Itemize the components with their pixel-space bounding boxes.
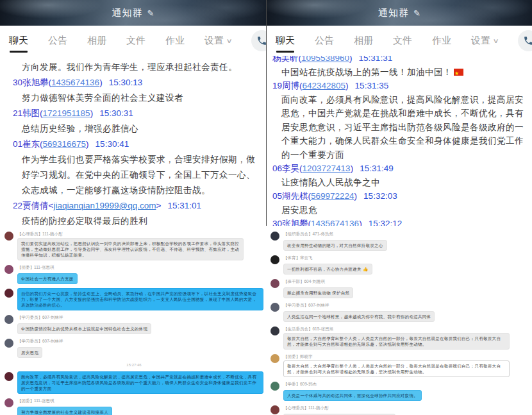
mini-chat-message: 【心理委员】111-魏小彤病毒是人类共同的敌人，全体人员应该共同抗击疫情。 xyxy=(270,405,529,415)
avatar xyxy=(270,232,279,241)
tab-album[interactable]: 相册 xyxy=(354,26,373,56)
edit-title-icon[interactable]: ✎ xyxy=(413,8,420,18)
mini-message-bubble: 敬畏大自然，大自然孕育出整个人类，人类是大自然的一部分，敬畏大自然就是在敬畏我们… xyxy=(283,360,510,377)
voice-call-button[interactable] xyxy=(518,30,532,51)
sender-uin-link[interactable]: 1435674136 xyxy=(51,78,99,87)
tabs: 聊天公告相册文件作业设置∨ xyxy=(9,26,251,56)
mini-sender-name: 【团委】111-张思琪 xyxy=(17,264,263,270)
sender-uin-link[interactable]: 1721951185 xyxy=(43,108,90,118)
bracket: ) xyxy=(86,139,89,149)
message-sender-row: 05湖先棋(569972224)15:32:03 xyxy=(272,189,528,203)
mini-sender-name: 【团委】111-张思琪 xyxy=(17,398,263,403)
sender-uin-link[interactable]: 1203727413 xyxy=(303,164,351,173)
tab-homework[interactable]: 作业 xyxy=(432,26,451,56)
tab-announcement[interactable]: 公告 xyxy=(48,26,67,56)
tab-homework[interactable]: 作业 xyxy=(165,26,185,56)
sender-uin-link[interactable]: 1095538960 xyxy=(301,56,349,63)
mini-message-body: 【生活委员会】615-张恩旭敬畏大自然，大自然孕育出整个人类，人类是大自然的一部… xyxy=(283,326,529,350)
mini-chat-message: 【学习委员】607-刘林祥居安思危 xyxy=(4,338,263,358)
avatar xyxy=(4,232,13,241)
message-sender-row: 30张旭攀(1435674136)15:30:13 xyxy=(13,75,262,90)
mini-chat-message: 【心理委员】111-魏小彤我们要切实提高政治站位，把思想认识统一到中央的决策部署… xyxy=(4,231,263,260)
tab-files[interactable]: 文件 xyxy=(126,26,145,56)
message-timestamp: 15:31:49 xyxy=(360,164,394,173)
sender-name: 杨美昕 xyxy=(272,56,299,63)
mini-message-bubble: 一切胜利都不容易，齐心协力共渡难关 👍 xyxy=(283,264,372,275)
avatar xyxy=(270,326,279,335)
tab-files[interactable]: 文件 xyxy=(393,26,412,56)
mini-chat-message: 【生活委员会】615-张恩旭敬畏大自然，大自然孕育出整个人类，人类是大自然的一部… xyxy=(270,326,529,350)
avatar xyxy=(270,255,279,264)
avatar xyxy=(4,315,13,324)
bracket: ) xyxy=(99,78,103,87)
group-title-bar: 通知群 ✎ xyxy=(267,0,532,26)
avatar xyxy=(270,405,279,414)
tab-chat[interactable]: 聊天 xyxy=(276,26,295,56)
thumbs-up-emoji: 👍 xyxy=(362,267,369,271)
sender-email-link[interactable]: jiaqianqian19999@qq.com xyxy=(53,201,156,210)
tab-settings[interactable]: 设置∨ xyxy=(471,26,498,56)
message-timestamp: 15:32:12 xyxy=(369,219,403,226)
mini-sender-name: 【学习委员】607-刘林祥 xyxy=(17,314,263,320)
chevron-down-icon: ∨ xyxy=(226,37,233,44)
mini-message-body: 【心理委员】111-魏小彤病毒是人类共同的敌人，全体人员应该共同抗击疫情。 xyxy=(283,405,529,415)
bracket: > xyxy=(156,201,162,210)
message-sender-row: 06李昊(1203727413)15:31:49 xyxy=(272,162,528,176)
sender-name: 21韩图 xyxy=(13,108,40,118)
sender-uin-link[interactable]: 569972224 xyxy=(311,191,354,201)
bracket: ) xyxy=(354,191,358,201)
tab-chat[interactable]: 聊天 xyxy=(9,26,28,56)
mini-message-bubble: 中国防疫情控制上的优势从根本上说就是中国特色社会主义的体现 xyxy=(17,323,151,334)
mini-message-body: 【团委】111-张思琪努力争做全面发展的社会主义建设者和接班人 xyxy=(17,398,263,415)
mini-chat-message: 【班干部】604-刘雅琪禁止捕杀食用野生动物 保护自然 xyxy=(270,278,529,298)
bracket: ) xyxy=(351,164,354,173)
avatar xyxy=(270,382,279,391)
mini-sender-name: 【心理委员】111-魏小彤 xyxy=(17,231,263,237)
message-text: 面向改革，必须具有风险意识，提高风险化解意识，提高居安思危，中国共产党就是在挑战… xyxy=(272,93,528,162)
mini-chat-message: 【团委】郑晓宇敬畏大自然，大自然孕育出整个人类，人类是大自然的一部分，敬畏大自然… xyxy=(270,353,529,377)
mini-sender-name: 【学习委员】607-刘林祥 xyxy=(17,338,263,344)
mini-message-body: 【心理委员】111-魏小彤我们要切实提高政治站位，把思想认识统一到中央的决策部署… xyxy=(17,231,263,260)
group-window-right: 通知群 ✎ 聊天公告相册文件作业设置∨ 杨美昕(1095538960)15:31… xyxy=(266,0,532,415)
tab-album[interactable]: 相册 xyxy=(87,26,106,56)
mini-message-body: 【团委】111-张思琪中国社会一方有难八方支援 xyxy=(17,264,263,284)
tab-announcement[interactable]: 公告 xyxy=(315,26,334,56)
mini-message-bubble: 人类生活在同一个地球村里，越来越成为你中有我、我中有你的命运共同体 xyxy=(283,311,435,322)
avatar xyxy=(270,354,279,363)
chat-record-area[interactable]: 方向发展。我们作为青年学生，理应承担起社会责任。30张旭攀(1435674136… xyxy=(0,56,266,226)
mini-message-bubble: 努力争做全面发展的社会主义建设者和接班人 xyxy=(17,407,112,415)
tab-bar: 聊天公告相册文件作业设置∨ xyxy=(267,26,532,56)
voice-call-button[interactable] xyxy=(251,30,266,51)
message-text: 中国站在抗疫战场上的第一线！加油中国！★ xyxy=(272,65,528,80)
message-timestamp: 15:31:35 xyxy=(355,81,389,90)
sender-name: 30张旭攀 xyxy=(13,78,49,87)
sender-uin-link[interactable]: 569316675 xyxy=(43,139,87,149)
phone-icon xyxy=(256,35,266,46)
mini-message-body: 【组织委员会】471-佟浩然改变食用野生动物的陋习，对大自然保持敬畏之心 xyxy=(283,231,529,251)
mini-chat-message: 面向改革，必须具有风险意识，提高风险化解意识，提高居安思危，中国共产党就是在挑战… xyxy=(4,371,263,394)
avatar xyxy=(4,339,13,348)
mini-message-bubble: 人类是一个休戚与共的命运共同体，需深化全球协作共同应对疫情。 xyxy=(283,390,422,401)
chat-record-area[interactable]: 杨美昕(1095538960)15:31:31中国站在抗疫战场上的第一线！加油中… xyxy=(267,56,532,226)
mini-sender-name: 【生活委员会】615-张恩旭 xyxy=(283,326,529,332)
message-text: 居安思危 xyxy=(272,203,528,217)
avatar xyxy=(4,398,13,407)
bracket: ) xyxy=(349,56,353,63)
message-timestamp: 15:32:03 xyxy=(363,191,397,201)
message-timestamp: 15:30:13 xyxy=(109,78,143,87)
avatar xyxy=(270,303,279,312)
mini-chat-message: 【体育】宋云飞一切胜利都不容易，齐心协力共渡难关 👍 xyxy=(270,255,529,275)
sender-uin-link[interactable]: 642342805 xyxy=(303,81,346,90)
mini-message-bubble: 禁止捕杀食用野生动物 保护自然 xyxy=(283,287,353,298)
mini-message-body: 【学习委员】607-刘林祥人类生活在同一个地球村里，越来越成为你中有我、我中有你… xyxy=(283,302,529,322)
sender-uin-link[interactable]: 1435674136 xyxy=(311,219,359,226)
edit-title-icon[interactable]: ✎ xyxy=(147,8,154,18)
tab-settings[interactable]: 设置∨ xyxy=(204,26,231,56)
mini-message-bubble: 中国社会一方有难八方支援 xyxy=(17,273,78,284)
mini-sender-name: 【组织委员会】471-佟浩然 xyxy=(283,231,529,237)
message-timestamp: 15:30:41 xyxy=(96,139,129,149)
tabs: 聊天公告相册文件作业设置∨ xyxy=(276,26,518,56)
mini-message-body: 【学习委员】607-刘林祥居安思危 xyxy=(17,338,263,358)
bracket: ) xyxy=(90,108,94,118)
sender-name: 30张旭攀 xyxy=(272,219,308,226)
